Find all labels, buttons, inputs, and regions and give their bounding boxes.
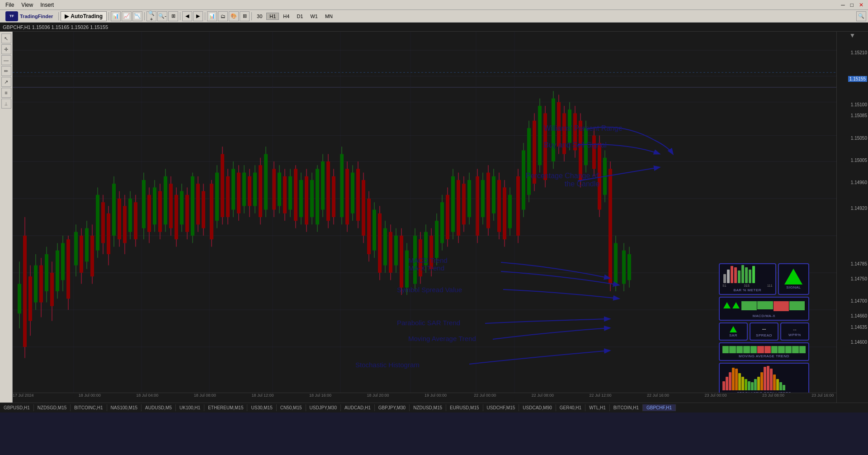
menu-file[interactable]: File xyxy=(2,1,18,9)
scroll-right-btn[interactable]: ▶ xyxy=(193,11,203,21)
draw-tool[interactable]: ✏ xyxy=(1,66,11,76)
bar-chart-btn[interactable]: 📈 xyxy=(122,11,132,21)
logo-icon: TF xyxy=(9,14,14,18)
chart-area: Williams' Percent Range Buy and Sell Sig… xyxy=(13,32,836,403)
svg-rect-69 xyxy=(175,195,178,239)
close-icon[interactable]: ✕ xyxy=(856,2,866,8)
svg-rect-25 xyxy=(50,273,54,306)
tf-mn[interactable]: MN xyxy=(322,13,336,20)
tab-nzdsgd[interactable]: NZDSGD,M15 xyxy=(34,404,71,411)
svg-rect-197 xyxy=(538,106,542,165)
spread-value: -- xyxy=(762,326,766,332)
tab-audcad[interactable]: AUDCAD,H1 xyxy=(341,404,375,411)
minimize-icon[interactable]: ─ xyxy=(838,2,848,8)
search-btn[interactable]: 🔍 xyxy=(856,11,866,21)
ma-trend-label: MOVING AVERAGE TREND xyxy=(722,354,807,358)
tab-gbpjpy[interactable]: GBPJPY,M30 xyxy=(375,404,410,411)
crosshair-tool[interactable]: ✛ xyxy=(1,44,11,54)
tf-h1[interactable]: H1 xyxy=(266,13,279,20)
fib-tool[interactable]: ≡ xyxy=(1,88,11,98)
svg-rect-27 xyxy=(56,251,59,291)
channel-tool[interactable]: ⟂ xyxy=(1,99,11,109)
price-1.14960: 1.14960 xyxy=(851,180,867,185)
chart-type-btn[interactable]: 📊 xyxy=(111,11,121,21)
zoom-out-btn[interactable]: 🔍- xyxy=(157,11,167,21)
svg-rect-107 xyxy=(283,176,287,213)
line-tool[interactable]: — xyxy=(1,55,11,65)
toolbar-sep-5 xyxy=(205,12,205,20)
spread-box: -- SPREAD xyxy=(750,322,778,341)
tab-usdjpy[interactable]: USDJPY,M30 xyxy=(306,404,341,411)
svg-rect-77 xyxy=(196,184,200,224)
signal-arrow xyxy=(784,269,802,284)
svg-rect-187 xyxy=(508,195,512,228)
grid-btn[interactable]: ⊞ xyxy=(240,11,250,21)
svg-rect-149 xyxy=(400,236,403,288)
template-btn[interactable]: 🗂 xyxy=(218,11,228,21)
tab-bitcoin[interactable]: BITCOINC,H1 xyxy=(71,404,107,411)
svg-rect-21 xyxy=(39,265,43,303)
svg-rect-131 xyxy=(351,173,354,213)
svg-rect-143 xyxy=(383,228,387,265)
svg-rect-119 xyxy=(316,169,319,224)
tab-gbpchf[interactable]: GBPCHF,H1 xyxy=(643,404,676,411)
scroll-left-btn[interactable]: ◀ xyxy=(182,11,192,21)
tf-d1[interactable]: D1 xyxy=(293,13,306,20)
tab-eurusd[interactable]: EURUSD,M15 xyxy=(446,404,483,411)
zoom-in-btn[interactable]: 🔍+ xyxy=(146,11,156,21)
price-1.15210: 1.15210 xyxy=(851,50,867,55)
bottom-tabs: GBPUSD,H1 NZDSGD,M15 BITCOINC,H1 NAS100,… xyxy=(0,403,868,412)
color-btn[interactable]: 🎨 xyxy=(229,11,239,21)
price-1.15085: 1.15085 xyxy=(851,113,867,118)
indicator-btn[interactable]: 📊 xyxy=(207,11,217,21)
svg-rect-123 xyxy=(326,161,330,221)
svg-rect-223 xyxy=(614,243,618,284)
tab-usdcad[interactable]: USDCAD,M90 xyxy=(519,404,556,411)
tab-nas100[interactable]: NAS100,M15 xyxy=(107,404,142,411)
toolbar-sep-6 xyxy=(251,12,252,20)
tf-w1[interactable]: W1 xyxy=(307,13,321,20)
maximize-icon[interactable]: □ xyxy=(848,2,856,8)
svg-rect-89 xyxy=(231,169,235,209)
price-1.15050: 1.15050 xyxy=(851,136,867,141)
tab-audusd[interactable]: AUDUSD,M5 xyxy=(142,404,176,411)
time-axis: 17 Jul 2024 18 Jul 00:00 18 Jul 04:00 18… xyxy=(13,393,836,403)
svg-rect-97 xyxy=(253,173,257,206)
cursor-tool[interactable]: ↖ xyxy=(1,33,11,43)
macd-label: MACD/MA-X xyxy=(722,314,807,318)
arrow-tool[interactable]: ↗ xyxy=(1,77,11,87)
tab-bitcoin2[interactable]: BITCOIN,H1 xyxy=(610,404,643,411)
annotation-ma: Moving Average Trend xyxy=(408,335,476,342)
svg-rect-137 xyxy=(367,199,371,254)
auto-trading-button[interactable]: ▶ AutoTrading xyxy=(61,11,107,21)
price-1.14660: 1.14660 xyxy=(851,313,867,318)
tab-ger40[interactable]: GER40,H1 xyxy=(556,404,585,411)
tf-30[interactable]: 30 xyxy=(254,13,265,20)
annotation-buy-sell: Buy and Sell Signal xyxy=(544,141,607,149)
tab-gbpusd[interactable]: GBPUSD,H1 xyxy=(0,404,34,411)
tf-h4[interactable]: H4 xyxy=(280,13,292,20)
signal-box: SIGNAL xyxy=(778,263,809,295)
signal-label: SIGNAL xyxy=(786,285,801,289)
fit-btn[interactable]: ⊞ xyxy=(168,11,178,21)
tab-nzdusd[interactable]: NZDUSD,M15 xyxy=(410,404,446,411)
svg-rect-181 xyxy=(492,176,495,213)
svg-rect-179 xyxy=(486,173,490,228)
menu-insert[interactable]: Insert xyxy=(37,1,57,9)
svg-rect-141 xyxy=(378,213,382,273)
svg-rect-225 xyxy=(622,251,626,284)
tab-uk100[interactable]: UK100,H1 xyxy=(176,404,204,411)
annotation-sar: Parabolic SAR Trend xyxy=(397,319,460,327)
tab-ethereum[interactable]: ETHEREUM,M15 xyxy=(204,404,247,411)
tab-cn50[interactable]: CN50,M15 xyxy=(277,404,306,411)
price-1.14785: 1.14785 xyxy=(851,261,867,266)
svg-rect-95 xyxy=(248,176,251,206)
tab-wtl[interactable]: WTL,H1 xyxy=(585,404,610,411)
logo-text: TradingFinder xyxy=(20,14,53,19)
tab-us30[interactable]: US30,M15 xyxy=(247,404,276,411)
svg-rect-23 xyxy=(45,254,48,291)
line-chart-btn[interactable]: 📉 xyxy=(132,11,142,21)
menu-view[interactable]: View xyxy=(18,1,37,9)
toolbar-sep-3 xyxy=(144,12,145,20)
tab-usdchf[interactable]: USDCHF,M15 xyxy=(483,404,519,411)
